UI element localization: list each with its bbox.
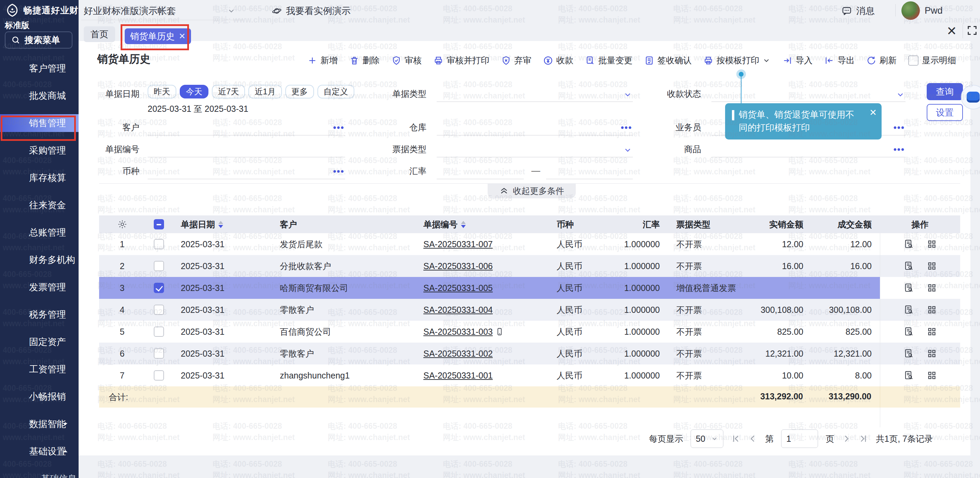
view-doc-icon[interactable] (904, 239, 915, 250)
sidebar-item-3[interactable]: 采购管理 (0, 137, 79, 164)
toolbar-button-refresh-11[interactable]: 刷新 (866, 55, 897, 66)
rate-field-from[interactable] (437, 164, 524, 179)
table-row[interactable]: 52025-03-31百信商贸公司SA-20250331-003人民币1.000… (99, 321, 960, 343)
row-checkbox[interactable] (154, 348, 164, 358)
messages-button[interactable]: 消息 (841, 5, 875, 17)
sort-icon[interactable] (218, 221, 223, 228)
row-checkbox-cell[interactable] (145, 321, 173, 343)
toolbar-button-import-9[interactable]: 导入 (782, 55, 813, 66)
table-row[interactable]: 42025-03-31零散客户SA-20250331-004人民币1.00000… (99, 299, 960, 321)
toolbar-button-money-5[interactable]: 收款 (543, 55, 573, 66)
cell-doc-no[interactable]: SA-20250331-006 (415, 255, 549, 277)
row-checkbox[interactable] (154, 370, 164, 381)
customer-field[interactable]: ••• (148, 120, 345, 135)
cell-operations[interactable] (880, 255, 960, 277)
sidebar-item-14[interactable]: 基础设置 (0, 438, 79, 465)
cell-doc-no[interactable]: SA-20250331-005 (415, 277, 549, 299)
select-all-checkbox[interactable] (154, 219, 164, 229)
column-settings-cell[interactable] (99, 215, 145, 233)
doc-no-field[interactable] (148, 142, 345, 157)
date-quick-自定义[interactable]: 自定义 (317, 85, 354, 99)
chevron-down-icon[interactable] (623, 90, 632, 99)
toolbar-button-export-10[interactable]: 导出 (824, 55, 854, 66)
sidebar-item-10[interactable]: 固定资产 (0, 328, 79, 355)
toolbar-button-trash-1[interactable]: 删除 (349, 55, 380, 66)
toolbar-button-plus-0[interactable]: 新增 (307, 55, 337, 66)
row-checkbox[interactable] (154, 283, 164, 293)
doc-no-link[interactable]: SA-20250331-003 (423, 327, 493, 337)
column-header-6[interactable]: 实销金额 (750, 215, 811, 233)
column-header-7[interactable]: 成交金额 (811, 215, 880, 233)
table-row[interactable]: 12025-03-31发货后尾款SA-20250331-007人民币1.0000… (99, 233, 960, 255)
header-checkbox-cell[interactable] (145, 215, 173, 233)
gear-icon[interactable] (117, 219, 127, 229)
bill-type-field[interactable] (437, 142, 633, 157)
doc-no-link[interactable]: SA-20250331-004 (423, 305, 493, 315)
view-doc-icon[interactable] (904, 326, 915, 337)
sidebar-item-7[interactable]: 财务多机构 (0, 246, 79, 274)
ellipsis-icon[interactable]: ••• (621, 123, 632, 133)
sidebar-item-1[interactable]: 批发商城 (0, 82, 79, 109)
goods-field[interactable]: ••• (711, 142, 905, 157)
sidebar-subitem-basic-info[interactable]: 基础信息 (0, 465, 79, 478)
cell-doc-no[interactable]: SA-20250331-004 (415, 299, 549, 321)
row-checkbox-cell[interactable] (145, 299, 173, 321)
page-number-input[interactable] (781, 429, 818, 448)
cell-doc-no[interactable]: SA-20250331-001 (415, 365, 549, 386)
cell-operations[interactable] (880, 299, 960, 321)
toolbar-button-doc-confirm-7[interactable]: 签收确认 (644, 55, 692, 66)
first-page-icon[interactable] (731, 434, 740, 443)
sidebar-item-11[interactable]: 工资管理 (0, 355, 79, 383)
query-button[interactable]: 查询 (927, 83, 963, 100)
table-row[interactable]: 32025-03-31哈斯商贸有限公司SA-20250331-005人民币1.0… (99, 277, 960, 299)
row-checkbox[interactable] (154, 304, 164, 315)
grid-actions-icon[interactable] (927, 304, 937, 315)
row-checkbox-cell[interactable] (145, 255, 173, 277)
tab-close-icon[interactable]: ✕ (179, 32, 186, 41)
grid-actions-icon[interactable] (927, 370, 937, 381)
table-row[interactable]: 72025-03-31zhangshuncheng1SA-20250331-00… (99, 365, 960, 386)
toolbar-button-printer-8[interactable]: 按模板打印 (703, 55, 770, 66)
column-header-3[interactable]: 币种 (549, 215, 610, 233)
account-selector[interactable]: 好业财标准版演示帐套 (84, 5, 235, 17)
sidebar-item-8[interactable]: 发票管理 (0, 274, 79, 301)
date-quick-近7天[interactable]: 近7天 (212, 85, 245, 99)
sidebar-item-0[interactable]: 客户管理 (0, 55, 79, 82)
doc-no-link[interactable]: SA-20250331-007 (423, 239, 493, 249)
sort-icon[interactable] (461, 221, 466, 228)
sidebar-item-13[interactable]: 数据智能 (0, 410, 79, 438)
avatar[interactable] (901, 2, 920, 20)
prev-page-icon[interactable] (748, 434, 757, 443)
column-header-1[interactable]: 客户 (272, 215, 415, 233)
grid-actions-icon[interactable] (927, 283, 937, 293)
grid-actions-icon[interactable] (927, 348, 937, 358)
date-quick-近1月[interactable]: 近1月 (248, 85, 282, 99)
last-page-icon[interactable] (859, 434, 868, 443)
next-page-icon[interactable] (842, 434, 851, 443)
row-checkbox[interactable] (154, 327, 164, 337)
toolbar-button-shield-x-4[interactable]: 弃审 (501, 55, 531, 66)
row-checkbox[interactable] (154, 261, 164, 271)
date-quick-更多[interactable]: 更多 (285, 85, 314, 99)
sidebar-item-4[interactable]: 库存核算 (0, 164, 79, 191)
doc-no-link[interactable]: SA-20250331-006 (423, 261, 493, 271)
cell-doc-no[interactable]: SA-20250331-002 (415, 343, 549, 365)
cell-doc-no[interactable]: SA-20250331-007 (415, 233, 549, 255)
menu-search[interactable]: 搜索菜单 (5, 32, 72, 49)
table-row[interactable]: 62025-03-31零散客户SA-20250331-002人民币1.00000… (99, 343, 960, 365)
doc-type-field[interactable] (437, 87, 633, 102)
table-row[interactable]: 22025-03-31分批收款客户SA-20250331-006人民币1.000… (99, 255, 960, 277)
ellipsis-icon[interactable]: ••• (894, 123, 905, 133)
tab-sales-history[interactable]: 销货单历史 ✕ (125, 29, 191, 44)
tooltip-close-icon[interactable]: ✕ (869, 107, 877, 118)
tab-home[interactable]: 首页 (84, 26, 115, 42)
row-checkbox-cell[interactable] (145, 343, 173, 365)
doc-no-link[interactable]: SA-20250331-002 (423, 349, 493, 358)
settings-button[interactable]: 设置 (927, 104, 963, 121)
close-icon[interactable]: ✕ (947, 24, 957, 38)
chevron-down-icon[interactable] (623, 146, 632, 155)
toolbar-button-printer-3[interactable]: 审核并打印 (433, 55, 489, 66)
doc-no-link[interactable]: SA-20250331-005 (423, 283, 493, 293)
ellipsis-icon[interactable]: ••• (333, 123, 344, 133)
column-header-2[interactable]: 单据编号 (415, 215, 549, 233)
